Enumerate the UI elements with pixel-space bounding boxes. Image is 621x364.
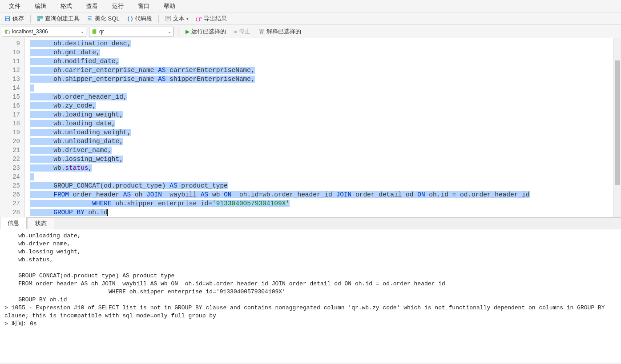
svg-rect-2: [6, 19, 8, 20]
code-line[interactable]: wb.status,: [30, 164, 612, 172]
svg-rect-5: [38, 19, 40, 20]
code-line[interactable]: [30, 172, 612, 181]
beautify-icon: [87, 16, 93, 22]
explain-icon: [258, 28, 265, 35]
line-number: 21: [0, 146, 24, 155]
code-line[interactable]: GROUP_CONCAT(od.product_type) AS product…: [30, 181, 612, 190]
line-number: 10: [0, 48, 24, 57]
result-tabs: 信息 状态: [0, 218, 621, 229]
line-number: 24: [0, 172, 24, 181]
sql-editor: 910111213141516171819202122232425262728 …: [0, 38, 621, 218]
code-line[interactable]: oh.carrier_enterprise_name AS carrierEnt…: [30, 66, 612, 75]
code-line[interactable]: wb.loading_weight,: [30, 110, 612, 119]
line-number: 13: [0, 75, 24, 84]
svg-rect-11: [259, 29, 261, 31]
query-builder-button[interactable]: 查询创建工具: [34, 14, 82, 24]
beautify-label: 美化 SQL: [95, 15, 120, 23]
connection-combo[interactable]: localhost_3306 ⌄: [2, 27, 86, 36]
export-icon: [196, 16, 202, 22]
code-line[interactable]: [30, 84, 612, 92]
query-builder-label: 查询创建工具: [45, 15, 80, 23]
svg-rect-3: [38, 16, 40, 18]
menu-编辑[interactable]: 编辑: [28, 0, 53, 12]
vertical-scrollbar[interactable]: [613, 38, 621, 217]
line-number: 25: [0, 181, 24, 190]
chevron-down-icon: ⌄: [81, 29, 84, 34]
export-button[interactable]: 导出结果: [193, 14, 230, 24]
line-gutter: 910111213141516171819202122232425262728: [0, 38, 25, 217]
line-number: 23: [0, 164, 24, 172]
line-number: 11: [0, 57, 24, 66]
explain-button[interactable]: 解释已选择的: [256, 27, 304, 36]
code-line[interactable]: wb.zy_code,: [30, 101, 612, 110]
query-builder-icon: [37, 16, 43, 22]
tab-status[interactable]: 状态: [28, 217, 54, 229]
export-label: 导出结果: [204, 15, 227, 23]
save-label: 保存: [12, 15, 24, 23]
line-number: 9: [0, 39, 24, 48]
text-label: 文本: [173, 15, 185, 23]
dropdown-arrow-icon: ▾: [186, 16, 189, 21]
output-panel[interactable]: wb.unloading_date, wb.driver_name, wb.lo…: [0, 229, 621, 363]
run-button[interactable]: ▶ 运行已选择的: [183, 27, 229, 36]
menu-文件[interactable]: 文件: [2, 0, 28, 12]
code-line[interactable]: FROM order_header AS oh JOIN waybill AS …: [30, 190, 612, 199]
separator: [30, 15, 31, 23]
chevron-down-icon: ⌄: [168, 29, 171, 34]
menubar: 文件编辑格式查看运行窗口帮助: [0, 0, 621, 12]
code-line[interactable]: oh.modified_date,: [30, 57, 612, 66]
line-number: 17: [0, 110, 24, 119]
connection-icon: [4, 28, 10, 35]
line-number: 15: [0, 92, 24, 101]
code-line[interactable]: wb.lossing_weight,: [30, 155, 612, 164]
save-icon: [4, 16, 11, 22]
run-label: 运行已选择的: [191, 28, 226, 36]
line-number: 18: [0, 119, 24, 128]
snippet-label: 代码段: [135, 15, 152, 23]
svg-rect-7: [196, 18, 199, 21]
svg-rect-9: [6, 31, 9, 34]
code-area[interactable]: oh.destination_desc, oh.gmt_date, oh.mod…: [25, 38, 613, 217]
code-line[interactable]: wb.unloading_weight,: [30, 128, 612, 137]
line-number: 14: [0, 84, 24, 92]
database-icon: [91, 28, 97, 35]
code-line[interactable]: wb.driver_name,: [30, 146, 612, 155]
explain-label: 解释已选择的: [266, 28, 301, 36]
line-number: 20: [0, 137, 24, 146]
line-number: 12: [0, 66, 24, 75]
code-line[interactable]: oh.gmt_date,: [30, 48, 612, 57]
beautify-sql-button[interactable]: 美化 SQL: [84, 14, 122, 24]
menu-查看[interactable]: 查看: [79, 0, 105, 12]
code-line[interactable]: WHERE oh.shipper_enterprise_id='91330400…: [30, 199, 612, 208]
code-line[interactable]: wb.order_header_id,: [30, 92, 612, 101]
play-icon: ▶: [185, 28, 190, 35]
snippet-icon: (): [127, 16, 133, 22]
save-button[interactable]: 保存: [2, 14, 27, 24]
tab-info[interactable]: 信息: [0, 217, 27, 229]
stop-label: 停止: [239, 28, 250, 36]
connection-value: localhost_3306: [12, 28, 48, 35]
code-line[interactable]: oh.shipper_enterprise_name AS shipperEnt…: [30, 75, 612, 84]
menu-帮助[interactable]: 帮助: [157, 0, 182, 12]
stop-icon: ■: [234, 29, 237, 34]
code-line[interactable]: wb.unloading_date,: [30, 137, 612, 146]
separator: [178, 28, 178, 36]
stop-button: ■ 停止: [231, 27, 253, 36]
menu-格式[interactable]: 格式: [53, 0, 79, 12]
code-line[interactable]: GROUP BY oh.id: [30, 208, 612, 217]
text-button[interactable]: 文本 ▾: [162, 14, 191, 24]
menu-运行[interactable]: 运行: [105, 0, 131, 12]
snippet-button[interactable]: () 代码段: [124, 14, 155, 24]
code-line[interactable]: oh.destination_desc,: [30, 39, 612, 48]
separator: [158, 15, 159, 23]
svg-rect-1: [6, 16, 9, 18]
connection-bar: localhost_3306 ⌄ qr ⌄ ▶ 运行已选择的 ■ 停止 解释已选…: [0, 25, 621, 38]
line-number: 27: [0, 199, 24, 208]
database-value: qr: [99, 28, 104, 35]
code-line[interactable]: wb.loading_date,: [30, 119, 612, 128]
menu-窗口[interactable]: 窗口: [131, 0, 157, 12]
line-number: 22: [0, 155, 24, 164]
svg-rect-4: [40, 16, 42, 18]
scroll-thumb[interactable]: [615, 60, 620, 185]
database-combo[interactable]: qr ⌄: [89, 27, 173, 36]
